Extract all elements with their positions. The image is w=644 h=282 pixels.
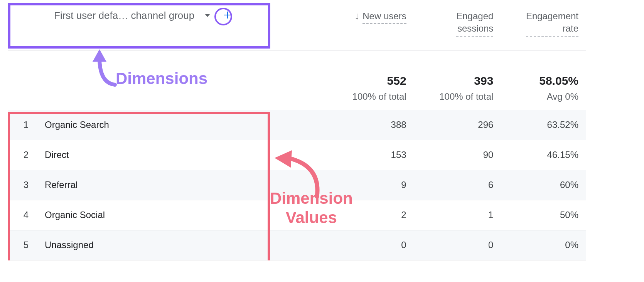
table-row[interactable]: 5 Unassigned 0 0 0% bbox=[8, 230, 586, 260]
column-header-new-users[interactable]: ↓New users bbox=[327, 0, 414, 50]
column-header-engaged-sessions[interactable]: Engagedsessions bbox=[414, 0, 501, 50]
dimension-value[interactable]: Organic Social bbox=[44, 200, 327, 230]
column-header-engagement-rate[interactable]: Engagementrate bbox=[501, 0, 586, 50]
table-row[interactable]: 2 Direct 153 90 46.15% bbox=[8, 140, 586, 170]
add-dimension-button[interactable] bbox=[221, 8, 234, 22]
dimension-value[interactable]: Organic Search bbox=[44, 110, 327, 140]
sort-descending-icon: ↓ bbox=[354, 10, 359, 22]
totals-engagement-rate: 58.05% Avg 0% bbox=[501, 50, 586, 110]
table-row[interactable]: 4 Organic Social 2 1 50% bbox=[8, 200, 586, 230]
report-table: First user defa… channel group ↓New user… bbox=[8, 0, 586, 260]
dimension-header-cell: First user defa… channel group bbox=[8, 0, 327, 50]
totals-engaged-sessions: 393 100% of total bbox=[414, 50, 501, 110]
dimension-selector[interactable]: First user defa… channel group bbox=[19, 8, 312, 23]
totals-new-users: 552 100% of total bbox=[327, 50, 414, 110]
dimension-value[interactable]: Referral bbox=[44, 170, 327, 200]
dimension-value[interactable]: Direct bbox=[44, 140, 327, 170]
data-rows: 1 Organic Search 388 296 63.52% 2 Direct… bbox=[8, 110, 586, 260]
table-row[interactable]: 1 Organic Search 388 296 63.52% bbox=[8, 110, 586, 140]
totals-row: 552 100% of total 393 100% of total 58.0… bbox=[8, 50, 586, 110]
chevron-down-icon[interactable] bbox=[200, 8, 215, 23]
table-row[interactable]: 3 Referral 9 6 60% bbox=[8, 170, 586, 200]
dimension-selector-label: First user defa… channel group bbox=[54, 10, 194, 22]
dimension-value[interactable]: Unassigned bbox=[44, 230, 327, 260]
